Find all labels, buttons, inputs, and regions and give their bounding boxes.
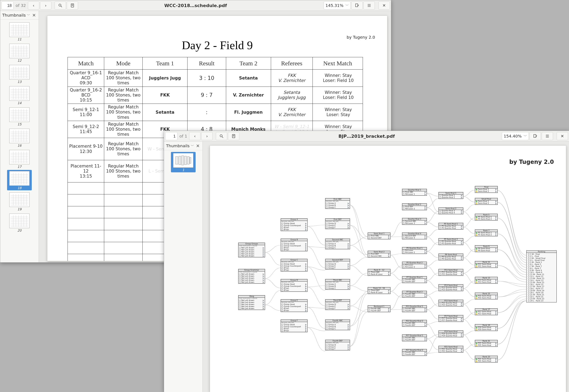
thumbnail-label: 17 bbox=[17, 165, 21, 169]
node-header: Quarter-final 4 bbox=[402, 233, 427, 235]
annotate-button[interactable] bbox=[529, 132, 541, 140]
thumbnail[interactable]: 12 bbox=[7, 42, 32, 63]
node-header: First DEF bbox=[325, 219, 350, 221]
bracket-node: P5 Quarter-final 1R4-LoserR4-Loser 2 bbox=[402, 247, 427, 254]
node-row: P17 Quarter-final bbox=[439, 320, 463, 322]
node-row: Second ABC bbox=[402, 221, 427, 223]
arrow-icon bbox=[388, 253, 389, 255]
search-button[interactable] bbox=[216, 132, 227, 140]
thumbnail[interactable]: 20 bbox=[7, 212, 32, 233]
node-header: Fourth DEF bbox=[325, 340, 350, 342]
arrow-icon bbox=[263, 306, 264, 308]
next-page-button[interactable]: › bbox=[201, 132, 213, 140]
pencil-page-icon bbox=[355, 3, 359, 8]
cell-match: Semi 9_12-211:45 bbox=[68, 121, 104, 138]
arrow-icon bbox=[495, 344, 497, 347]
column-header: Mode bbox=[104, 57, 142, 70]
thumbnail[interactable]: 11 bbox=[7, 21, 32, 42]
search-button[interactable] bbox=[55, 1, 66, 10]
thumbnail[interactable]: 17 bbox=[7, 149, 32, 169]
node-header: Group Groups bbox=[238, 243, 265, 245]
page-area[interactable]: by Tugeny 2.0 Ranking 1 W - Final2 L - F… bbox=[203, 141, 569, 392]
zoom-dropdown[interactable]: 145.31% ﹀ bbox=[324, 1, 350, 10]
thumbnail[interactable]: 15 bbox=[7, 106, 32, 127]
thumbnail[interactable]: 19 bbox=[7, 191, 32, 211]
bracket-node: Group FBLOOD_IPR-SPLGroup HeadGroup Coun… bbox=[281, 320, 307, 332]
thumbnail[interactable]: 18 bbox=[7, 170, 32, 190]
node-row: Fourth DEF bbox=[368, 310, 390, 312]
svg-rect-21 bbox=[184, 156, 186, 165]
thumbnail[interactable]: 16 bbox=[7, 127, 32, 148]
node-row: P19 Semi-final bbox=[475, 327, 497, 329]
thumbnail-preview bbox=[9, 22, 29, 37]
close-icon: ✕ bbox=[32, 13, 36, 18]
bracket-node: P5 Semi-final 2P5 Quarter-finalP5 Quarte… bbox=[439, 238, 463, 245]
node-row: Not yet drawn bbox=[238, 249, 265, 251]
node-row: Group Head bbox=[281, 223, 307, 225]
node-subheader: BLOOD_IPR-SPL bbox=[281, 241, 307, 243]
menu-button[interactable] bbox=[542, 132, 553, 140]
ranking-row: 19 W - Rank 19 bbox=[527, 290, 556, 292]
page-number-input[interactable] bbox=[165, 132, 177, 140]
arrow-icon bbox=[348, 287, 349, 289]
arrow-icon bbox=[425, 293, 426, 295]
sidebar-close-button[interactable]: ✕ bbox=[195, 143, 200, 148]
page-number-input[interactable] bbox=[1, 1, 14, 10]
chevron-right-icon: › bbox=[206, 134, 208, 139]
arrow-icon bbox=[425, 310, 426, 312]
annotate-button[interactable] bbox=[351, 1, 363, 10]
sidebar-mode-dropdown[interactable]: Thumbnails ﹀ ✕ bbox=[164, 141, 202, 150]
node-header: Group C bbox=[281, 259, 307, 261]
bracket-node: Quarter-final 2First DEFR8-Loser 2 bbox=[402, 203, 427, 210]
thumbnail[interactable]: 1 bbox=[171, 152, 195, 172]
node-row: Group A bbox=[325, 324, 350, 326]
node-row: Group D bbox=[325, 304, 350, 306]
menu-button[interactable] bbox=[363, 1, 375, 10]
thumbnail[interactable]: 14 bbox=[7, 85, 32, 105]
ranking-box: Ranking 1 W - Final2 L - Final3 W - Smal… bbox=[526, 251, 557, 302]
node-header: Second DEF bbox=[325, 259, 350, 261]
arrow-icon bbox=[425, 295, 426, 297]
node-row: Not yet drawn bbox=[238, 255, 265, 257]
sidebar-close-button[interactable]: ✕ bbox=[31, 13, 37, 18]
node-header: P11 Semi-final bbox=[439, 269, 463, 271]
prev-page-button[interactable]: ‹ bbox=[28, 1, 39, 10]
close-button[interactable]: ✕ bbox=[378, 1, 390, 10]
node-subheader: BLOOD_IPR-SPL bbox=[325, 342, 350, 344]
close-button[interactable]: ✕ bbox=[557, 132, 568, 140]
pencil-page-icon bbox=[533, 134, 538, 138]
arrow-icon bbox=[425, 237, 426, 239]
node-row: P15 Quarter-final bbox=[439, 304, 463, 306]
next-page-button[interactable]: › bbox=[40, 1, 51, 10]
cell-result: 3 : 10 bbox=[188, 70, 226, 87]
chevron-right-icon: › bbox=[45, 3, 46, 8]
sidebar-mode-dropdown[interactable]: Thumbnails ﹀ ✕ bbox=[0, 11, 39, 20]
byline: by Tugeny 2.0 bbox=[509, 159, 554, 165]
arrow-icon bbox=[348, 205, 349, 207]
select-tool-button[interactable] bbox=[67, 1, 78, 10]
zoom-dropdown[interactable]: 154.40% ﹀ bbox=[502, 132, 529, 140]
node-row: P11 Quarter-final bbox=[439, 273, 463, 276]
column-header: Next Match bbox=[313, 57, 363, 70]
thumbnail-label: 1 bbox=[182, 168, 184, 172]
prev-page-button[interactable]: ‹ bbox=[189, 132, 200, 140]
close-icon: ✕ bbox=[383, 3, 386, 8]
thumbnail[interactable]: 13 bbox=[7, 64, 32, 84]
arrow-icon bbox=[388, 310, 389, 312]
node-row: Group Counterpart bbox=[281, 245, 307, 247]
select-tool-button[interactable] bbox=[228, 132, 239, 140]
thumbnails-list[interactable]: 11 12 13 14 15 16 17 18 19 20 bbox=[0, 20, 39, 262]
thumbnails-list[interactable]: 1 bbox=[164, 150, 202, 392]
node-row: Group Counterpart bbox=[281, 265, 307, 267]
node-header: Semi final 2 bbox=[368, 251, 390, 253]
bracket-node: Rank 15P15 Semi-finalP15 Semi-final bbox=[475, 293, 498, 299]
node-row: Semi-final 2 bbox=[475, 191, 497, 193]
node-row: First ABC bbox=[402, 191, 427, 193]
bracket-node: Semi-final 2Quarter-final 3Quarter-final… bbox=[439, 208, 463, 214]
arrow-icon bbox=[263, 247, 264, 249]
arrow-icon bbox=[388, 271, 389, 273]
arrow-icon bbox=[348, 324, 349, 326]
node-row: Group Counterpart bbox=[281, 306, 307, 308]
arrow-icon bbox=[305, 287, 307, 289]
bracket-node: P5 Semi-final 1P5 Quarter-finalP5 Quarte… bbox=[439, 223, 463, 230]
